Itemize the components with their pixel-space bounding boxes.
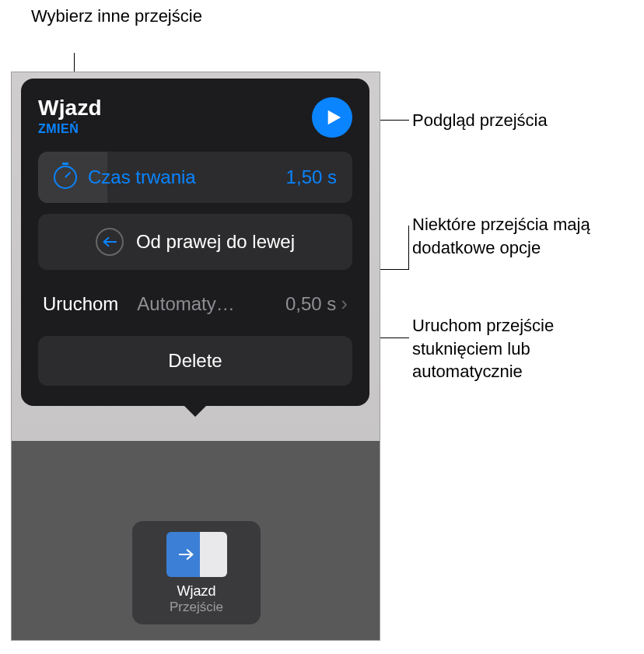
callout-change: Wybierz inne przejście bbox=[31, 5, 202, 28]
chip-title: Wjazd bbox=[140, 583, 253, 600]
play-icon bbox=[325, 108, 342, 127]
transition-chip[interactable]: Wjazd Przejście bbox=[132, 521, 261, 624]
arrow-right-icon bbox=[179, 548, 194, 561]
direction-label: Od prawej do lewej bbox=[136, 231, 295, 253]
preview-play-button[interactable] bbox=[312, 97, 352, 138]
run-delay-value: 0,50 s bbox=[285, 293, 336, 315]
transition-title: Wjazd bbox=[38, 96, 102, 121]
run-label: Uruchom bbox=[43, 293, 118, 315]
duration-slider[interactable]: Czas trwania 1,50 s bbox=[38, 152, 352, 203]
leader-line bbox=[408, 226, 409, 270]
callout-preview: Podgląd przejścia bbox=[412, 109, 548, 132]
callout-options: Niektóre przejścia mają dodatkowe opcje bbox=[412, 213, 614, 259]
direction-button[interactable]: Od prawej do lewej bbox=[38, 214, 352, 270]
transition-popover: Wjazd ZMIEŃ Czas trwania 1,50 s Od prawe… bbox=[21, 79, 369, 406]
delete-button[interactable]: Delete bbox=[38, 336, 352, 386]
transition-thumbnail bbox=[166, 532, 227, 577]
change-transition-link[interactable]: ZMIEŃ bbox=[38, 122, 102, 136]
duration-label: Czas trwania bbox=[88, 166, 286, 188]
callout-run: Uruchom przejście stuknięciem lub automa… bbox=[412, 314, 614, 383]
popover-tail bbox=[183, 404, 208, 417]
arrow-left-icon bbox=[96, 228, 124, 256]
duration-value: 1,50 s bbox=[286, 166, 337, 188]
chip-subtitle: Przejście bbox=[140, 600, 253, 615]
run-mode-value: Automaty… bbox=[137, 293, 281, 315]
timer-icon bbox=[54, 166, 77, 189]
chevron-right-icon: › bbox=[341, 292, 348, 316]
run-row[interactable]: Uruchom Automaty… 0,50 s › bbox=[38, 281, 352, 327]
